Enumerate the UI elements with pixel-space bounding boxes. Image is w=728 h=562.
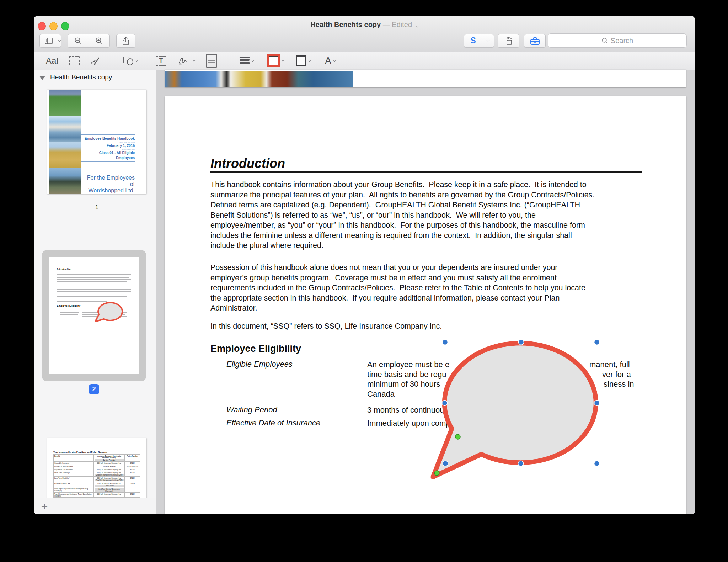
insurers-table-row: PartiScripts Rx (Maintenance Prescriptio… <box>53 487 140 493</box>
page-2-thumbnail[interactable]: Introduction Employee Eligibility <box>49 257 139 374</box>
search-icon <box>601 37 608 44</box>
text-style-icon: A <box>325 55 331 66</box>
text-box-tool[interactable]: T <box>151 52 171 70</box>
toolbar-divider <box>226 55 226 66</box>
insurers-table-row: Extended Health CareSSQ Life Insurance C… <box>53 482 140 487</box>
signature-chevron-icon <box>193 58 196 61</box>
highlight-chevron-icon <box>487 38 489 41</box>
border-color-icon <box>267 54 280 67</box>
border-color-chevron-icon <box>281 58 284 61</box>
page-1-thumbnail[interactable]: Employee Benefits Handbook Plan Effectiv… <box>47 90 146 194</box>
mini-speech-bubble <box>49 257 139 374</box>
line-thickness-icon <box>240 57 250 64</box>
harvest-photo <box>49 142 81 168</box>
strikethrough-highlight-button[interactable]: S <box>464 36 482 46</box>
page-1-bottom-edge <box>165 70 686 87</box>
insurers-table-row: Accident & Serious IllnessIndustrial All… <box>53 465 140 468</box>
waiting-period-value: 3 months of continuou <box>367 405 652 415</box>
document-viewport[interactable]: Introduction This handbook contains info… <box>156 70 695 514</box>
border-color-tool[interactable] <box>264 52 287 70</box>
heading-rule <box>210 171 642 173</box>
shapes-tool[interactable] <box>118 52 143 70</box>
window-title: Health Benefits copy — Edited <box>34 21 695 29</box>
edited-status: Edited <box>392 21 412 28</box>
city-photo <box>49 116 81 142</box>
fill-color-icon <box>296 55 306 66</box>
text-style-chevron-icon <box>333 58 336 61</box>
insurers-table-row: Long Term Disability*SSQ Life Insurance … <box>53 477 140 482</box>
toolbox-icon <box>530 36 540 46</box>
annotation-toolbar: AaI T <box>34 52 695 70</box>
cover-effective-date: February 1, 2015 <box>81 143 135 148</box>
intro-heading: Introduction <box>210 156 285 171</box>
rotate-button[interactable] <box>498 34 519 48</box>
title-chevron-icon[interactable] <box>416 25 418 27</box>
paragraph-1: This handbook contains information about… <box>210 180 594 251</box>
search-field[interactable]: Search <box>548 33 687 48</box>
shapes-icon <box>123 56 134 66</box>
sidebar-icon <box>40 38 58 44</box>
insurers-table-title: Your Insurers, Service Providers and Pol… <box>53 451 140 453</box>
strikethrough-icon: S <box>470 36 476 46</box>
zoom-button-group <box>68 34 110 48</box>
disclosure-triangle-icon[interactable] <box>39 76 45 80</box>
cover-title-block: Employee Benefits Handbook Plan Effectiv… <box>81 133 135 163</box>
fill-color-chevron-icon <box>308 58 311 61</box>
share-button[interactable] <box>116 34 135 48</box>
search-placeholder: Search <box>611 37 633 45</box>
insurers-table-row: Travel Insurance and Assistance Travel C… <box>53 493 140 498</box>
effective-date-label: Effective Date of Insurance <box>226 418 320 428</box>
page-1-label: 1 <box>47 204 146 211</box>
insurers-table-row: Dependent Life InsuranceSSQ Life Insuran… <box>53 468 140 471</box>
eligibility-heading: Employee Eligibility <box>210 343 301 354</box>
sidebar-document-name: Health Benefits copy <box>50 73 112 81</box>
text-style-tool[interactable]: A <box>320 52 341 70</box>
text-selection-icon: AaI <box>46 56 59 66</box>
insurers-table-row: Short Term Disability*SSQ Life Insurance… <box>53 471 140 477</box>
markup-toolbar-button[interactable] <box>524 34 546 48</box>
note-tool[interactable] <box>202 52 221 70</box>
concert-photo <box>49 168 81 194</box>
preview-window: Health Benefits copy — Edited <box>34 16 695 514</box>
note-icon <box>206 54 217 68</box>
rotate-left-icon <box>504 36 514 46</box>
highlight-button-group: S <box>464 34 494 48</box>
cover-company-block: For the Employees of Wordshopped Ltd. <box>81 175 135 194</box>
text-box-icon: T <box>156 56 166 66</box>
sidebar-chevron-icon <box>58 38 61 41</box>
cover-photo-strip <box>49 90 81 194</box>
rect-selection-tool[interactable] <box>65 52 84 70</box>
sketch-pen-icon <box>90 55 101 66</box>
text-selection-tool[interactable]: AaI <box>42 52 62 70</box>
insurers-table: BenefitInsurance Company (hereinafter ca… <box>53 454 140 498</box>
desktop: Health Benefits copy — Edited <box>0 0 728 562</box>
football-photo <box>49 90 81 116</box>
highlight-style-dropdown[interactable] <box>482 41 494 41</box>
paragraph-2: Possession of this handbook alone does n… <box>210 263 585 313</box>
zoom-out-button[interactable] <box>68 37 89 45</box>
add-page-button[interactable]: + <box>37 499 52 514</box>
page-2-badge: 2 <box>89 384 99 394</box>
title-bar[interactable]: Health Benefits copy — Edited <box>34 16 695 52</box>
eligible-employees-value: An employee must be emanent, full- time … <box>367 360 652 399</box>
sidebar-toggle-button[interactable] <box>39 34 61 48</box>
insurers-table-row: Group Life InsuranceSSQ Life Insurance C… <box>53 462 140 465</box>
line-thickness-tool[interactable] <box>235 52 258 70</box>
page-2[interactable]: Introduction This handbook contains info… <box>165 96 686 514</box>
shapes-chevron-icon <box>135 58 138 61</box>
rect-selection-icon <box>69 56 80 65</box>
eligible-employees-label: Eligible Employees <box>226 360 293 369</box>
sidebar-header: Health Benefits copy <box>34 71 156 85</box>
zoom-in-button[interactable] <box>89 37 109 45</box>
thumbnail-sidebar[interactable]: Health Benefits copy Employee Benefits H… <box>34 70 157 514</box>
toolbar-divider <box>108 55 108 66</box>
content-area: Health Benefits copy Employee Benefits H… <box>34 70 695 514</box>
signature-tool[interactable] <box>173 52 200 70</box>
sketch-tool[interactable] <box>86 52 105 70</box>
cover-banner-strip <box>165 71 353 87</box>
waiting-period-label: Waiting Period <box>226 405 277 414</box>
share-icon <box>122 37 130 45</box>
paragraph-3: In this document, “SSQ” refers to SSQ, L… <box>210 321 442 332</box>
fill-color-tool[interactable] <box>292 52 315 70</box>
page-3-thumbnail[interactable]: Your Insurers, Service Providers and Pol… <box>47 438 146 506</box>
